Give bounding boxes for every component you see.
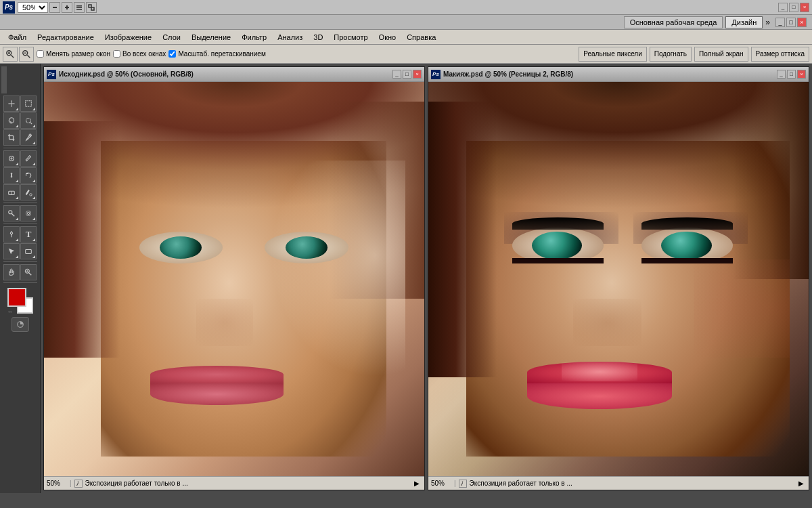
menu-file[interactable]: Файл <box>3 30 32 45</box>
app-minimize-btn[interactable]: _ <box>775 18 785 27</box>
doc-close-left[interactable]: × <box>413 70 422 79</box>
blush-right <box>694 259 790 358</box>
window-maximize-btn[interactable]: □ <box>789 3 798 12</box>
status-scroll-right-left[interactable]: ▶ <box>412 479 422 488</box>
eyeliner-right-1 <box>512 258 604 263</box>
svg-point-31 <box>26 211 31 216</box>
status-info-icon-left[interactable] <box>74 480 83 488</box>
svg-rect-4 <box>76 7 82 8</box>
resize-windows-checkbox[interactable]: Менять размер окон <box>37 50 110 58</box>
title-bar: Ps 50% 25% 100% _ □ × <box>0 0 812 15</box>
doc-minimize-left[interactable]: _ <box>392 70 401 79</box>
svg-line-13 <box>27 55 30 58</box>
all-windows-checkbox[interactable]: Во всех окнах <box>113 50 166 58</box>
fit-screen-btn[interactable]: Подогнать <box>650 47 692 62</box>
scrubby-zoom-checkbox[interactable]: Масштаб. перетаскиванием <box>168 50 265 58</box>
menu-select[interactable]: Выделение <box>186 30 236 45</box>
svg-point-28 <box>30 194 32 196</box>
healing-brush-tool[interactable] <box>3 150 20 167</box>
menu-edit[interactable]: Редактирование <box>32 30 99 45</box>
svg-line-17 <box>30 123 32 125</box>
foreground-color-swatch[interactable] <box>7 288 26 307</box>
move-tool[interactable] <box>3 96 20 112</box>
toolbar-collapse-handle[interactable] <box>1 66 7 93</box>
blur-tool[interactable] <box>20 205 37 221</box>
zoom-tool-opt[interactable] <box>3 47 18 62</box>
eraser-tool[interactable] <box>3 184 20 200</box>
fill-tool[interactable] <box>20 184 37 200</box>
doc-close-right[interactable]: × <box>797 70 806 79</box>
zoom-out-opt-btn[interactable] <box>19 47 34 62</box>
zoom-tool[interactable] <box>20 264 37 280</box>
lasso-tool[interactable] <box>3 112 20 129</box>
type-tool[interactable]: T <box>20 226 37 242</box>
lash-top-right-2 <box>641 217 733 230</box>
shape-tool[interactable] <box>20 243 37 259</box>
pen-tool[interactable] <box>3 226 20 242</box>
tool-separator-4 <box>3 261 37 262</box>
path-select-tool[interactable] <box>3 243 20 259</box>
status-text-left: Экспозиция работает только в ... <box>85 480 409 487</box>
clone-stamp-tool[interactable] <box>3 167 20 184</box>
brush-tool[interactable] <box>20 150 37 167</box>
menu-layers[interactable]: Слои <box>157 30 186 45</box>
zoom-select[interactable]: 50% 25% 100% <box>18 2 48 13</box>
menu-filter[interactable]: Фильтр <box>236 30 272 45</box>
zoom-in-btn[interactable] <box>62 2 72 13</box>
doc-titlebar-left: Ps Исходник.psd @ 50% (Основной, RGB/8) … <box>44 67 424 82</box>
iris-left-1 <box>160 236 202 259</box>
eyedropper-tool[interactable] <box>20 129 37 146</box>
menu-image[interactable]: Изображение <box>99 30 157 45</box>
quick-select-tool[interactable] <box>20 112 37 129</box>
svg-rect-7 <box>91 7 94 10</box>
marquee-tool[interactable] <box>20 96 37 112</box>
tool-row-dodge <box>3 205 37 221</box>
menu-bar: Файл Редактирование Изображение Слои Выд… <box>0 30 812 45</box>
menu-view[interactable]: Просмотр <box>328 30 373 45</box>
actual-pixels-btn[interactable]: Реальные пиксели <box>579 47 647 62</box>
doc-maximize-left[interactable]: □ <box>403 70 411 79</box>
svg-rect-2 <box>66 5 68 9</box>
iris-right-1 <box>532 232 582 260</box>
print-size-btn[interactable]: Размер оттиска <box>751 47 809 62</box>
window-close-btn[interactable]: × <box>800 3 809 12</box>
full-screen-btn[interactable]: Полный экран <box>694 47 748 62</box>
menu-window[interactable]: Окно <box>374 30 402 45</box>
workspace-design-btn[interactable]: Дизайн <box>725 16 763 28</box>
tool-row-path <box>3 243 37 259</box>
face-highlight-left <box>253 161 405 397</box>
history-brush-tool[interactable] <box>20 167 37 184</box>
tool-separator-2 <box>3 203 37 203</box>
doc-title-right: Ps Макияж.psd @ 50% (Ресницы 2, RGB/8) <box>431 70 573 79</box>
app-restore-btn[interactable]: □ <box>786 18 796 27</box>
menu-help[interactable]: Справка <box>401 30 441 45</box>
tool-row-hand <box>3 264 37 280</box>
status-info-icon-right[interactable] <box>459 480 467 488</box>
options-bar: Менять размер окон Во всех окнах Масштаб… <box>0 45 812 64</box>
zoom-out-btn[interactable] <box>49 2 60 13</box>
svg-rect-5 <box>76 9 82 10</box>
status-text-right: Экспозиция работает только в ... <box>470 480 794 487</box>
svg-rect-0 <box>53 7 57 8</box>
view-options-btn[interactable] <box>74 2 85 13</box>
lip-highlight-right <box>562 362 637 381</box>
eye-white-left-1 <box>139 232 223 263</box>
title-bar-zoom-area: 50% 25% 100% <box>18 2 97 13</box>
doc-maximize-right[interactable]: □ <box>787 70 796 79</box>
menu-3d[interactable]: 3D <box>308 30 328 45</box>
doc-minimize-right[interactable]: _ <box>777 70 786 79</box>
svg-point-40 <box>77 481 78 482</box>
swap-colors-btn[interactable]: ↔ <box>7 309 13 315</box>
workspace-essential-btn[interactable]: Основная рабочая среда <box>624 16 723 28</box>
quick-mask-btn[interactable] <box>12 317 29 332</box>
workspace-expand-btn[interactable]: » <box>765 18 770 27</box>
app-close-btn[interactable]: × <box>797 18 807 27</box>
crop-tool[interactable] <box>3 129 20 146</box>
menu-analysis[interactable]: Анализ <box>272 30 308 45</box>
dodge-tool[interactable] <box>3 205 20 221</box>
status-scroll-right-right[interactable]: ▶ <box>796 479 806 488</box>
eye-white-right-2 <box>641 228 733 263</box>
window-minimize-btn[interactable]: _ <box>778 3 788 12</box>
arrange-btn[interactable] <box>86 2 97 13</box>
hand-tool[interactable] <box>3 264 20 280</box>
